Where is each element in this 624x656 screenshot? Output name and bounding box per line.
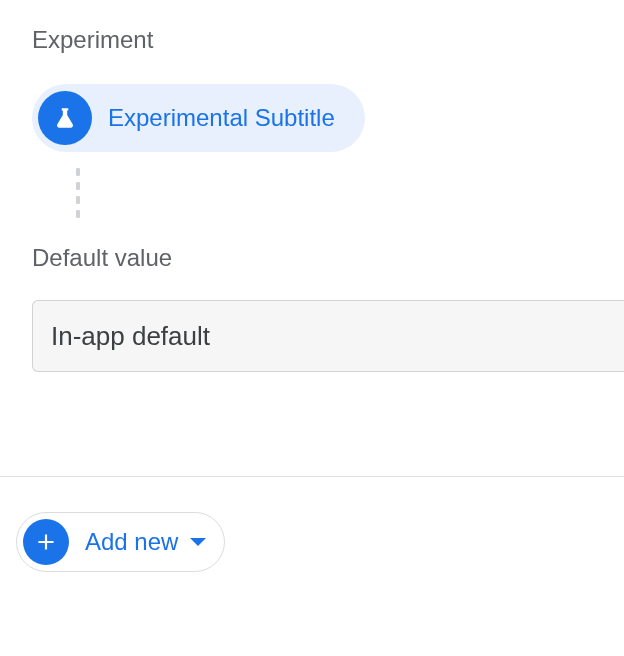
experiment-chip-label: Experimental Subtitle bbox=[108, 104, 335, 132]
chevron-down-icon bbox=[190, 538, 206, 546]
flask-icon bbox=[38, 91, 92, 145]
default-value-input-text: In-app default bbox=[51, 321, 210, 352]
section-divider bbox=[0, 476, 624, 477]
plus-icon bbox=[23, 519, 69, 565]
experiment-section-label: Experiment bbox=[32, 26, 153, 54]
add-new-button[interactable]: Add new bbox=[16, 512, 225, 572]
experiment-chip[interactable]: Experimental Subtitle bbox=[32, 84, 365, 152]
default-value-section-label: Default value bbox=[32, 244, 172, 272]
default-value-input[interactable]: In-app default bbox=[32, 300, 624, 372]
add-new-button-label: Add new bbox=[85, 528, 178, 556]
connector-dotted-line bbox=[76, 168, 82, 218]
